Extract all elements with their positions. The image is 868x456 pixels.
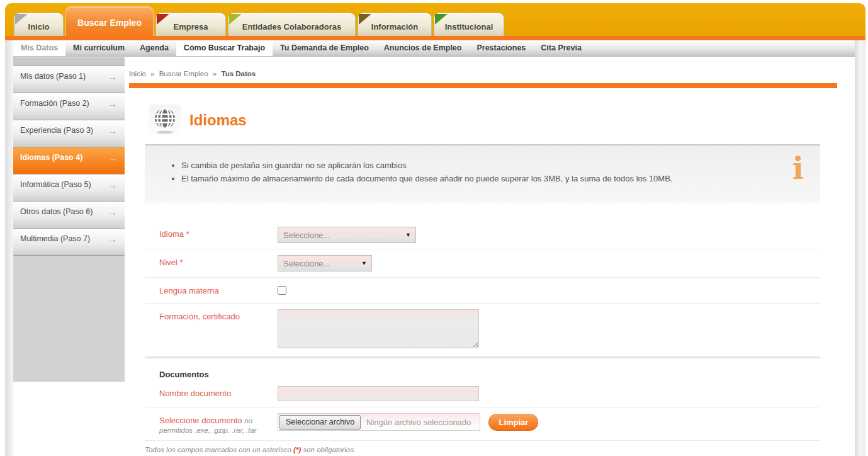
globe-tile [149, 105, 181, 136]
limpiar-button[interactable]: Limpiar [488, 414, 538, 431]
tab-label: Entidades Colaboradoras [242, 22, 341, 31]
tab-inicio[interactable]: Inicio [14, 13, 64, 36]
documentos-heading: Documentos [145, 358, 820, 380]
header-accent-strip [5, 36, 865, 40]
subnav-item-agenda[interactable]: Agenda [132, 40, 176, 56]
nivel-label: Nivel * [145, 255, 278, 267]
sidebar-item-otros-datos-paso6[interactable]: Otros datos (Paso 6) → [13, 202, 125, 229]
main-content: Inicio » Buscar Empleo » Tus Datos [129, 57, 837, 456]
breadcrumb-separator: » [213, 70, 217, 77]
tab-label: Información [371, 22, 418, 31]
sidebar-item-informatica-paso5[interactable]: Informática (Paso 5) → [13, 174, 125, 202]
nombre-documento-label: Nombre documento [145, 386, 278, 398]
form-row-idioma: Idioma * Seleccione... ▼ [145, 221, 820, 249]
breadcrumb-link-inicio[interactable]: Inicio [129, 70, 146, 77]
subnav-item-anuncios[interactable]: Anuncios de Empleo [376, 40, 470, 56]
subnav: Mis Datos Mi curriculum Agenda Cómo Busc… [13, 40, 855, 57]
left-edge-shadow [5, 40, 13, 456]
tab-label: Institucional [445, 22, 493, 31]
form-row-seleccione-documento: Seleccione documento no permitidos .exe,… [145, 408, 820, 441]
subnav-item-prestaciones[interactable]: Prestaciones [469, 40, 533, 56]
idioma-select-value: Seleccione... [283, 231, 330, 240]
right-edge-shadow [855, 40, 865, 456]
arrow-right-icon: → [108, 125, 117, 136]
sidebar-filler [13, 256, 125, 382]
arrow-right-icon: → [108, 207, 117, 217]
subnav-item-mi-curriculum[interactable]: Mi curriculum [65, 40, 132, 56]
arrow-right-icon: → [108, 152, 117, 163]
breadcrumb-link-buscar-empleo[interactable]: Buscar Empleo [159, 70, 208, 77]
tab-corner-flag-icon [435, 14, 448, 25]
sidebar-item-label: Multimedia (Paso 7) [20, 234, 90, 243]
required-note-asterisk: (*) [293, 446, 301, 453]
lengua-materna-label: Lengua materna [145, 283, 278, 295]
title-row: Idiomas [149, 105, 820, 136]
sidebar-item-idiomas-paso4[interactable]: Idiomas (Paso 4) → [13, 147, 125, 174]
breadcrumb: Inicio » Buscar Empleo » Tus Datos [129, 70, 837, 77]
sidebar-item-label: Informática (Paso 5) [20, 180, 91, 189]
required-note-suffix: son obligatorios. [301, 446, 356, 453]
sidebar-item-multimedia-paso7[interactable]: Multimedia (Paso 7) → [13, 229, 125, 256]
tab-empresa[interactable]: Empresa [155, 13, 226, 36]
steps-sidebar: Mis datos (Paso 1) → Formación (Paso 2) … [13, 57, 125, 382]
sidebar-item-experiencia-paso3[interactable]: Experiencia (Paso 3) → [13, 120, 125, 147]
tab-corner-flag-icon [229, 14, 242, 25]
sidebar-item-label: Idiomas (Paso 4) [20, 153, 82, 162]
page: Inicio Buscar Empleo Empresa Entidades C… [0, 0, 868, 456]
lengua-materna-checkbox[interactable] [278, 286, 286, 295]
form-row-formacion: Formación, certificado [145, 304, 820, 358]
breadcrumb-separator: » [150, 70, 154, 77]
info-icon: i [792, 151, 804, 187]
nivel-select-value: Seleccione... [283, 259, 330, 268]
subnav-item-como-buscar-trabajo[interactable]: Cómo Buscar Trabajo [176, 40, 273, 56]
sidebar-item-label: Mis datos (Paso 1) [20, 72, 86, 81]
tab-informacion[interactable]: Información [358, 13, 432, 36]
file-picker-button[interactable]: Seleccionar archivo [279, 415, 361, 430]
sidebar-item-label: Experiencia (Paso 3) [20, 126, 93, 135]
info-bullet: El tamaño máximo de almacenamiento de ca… [181, 172, 726, 185]
idioma-label: Idioma * [145, 227, 278, 239]
tab-corner-flag-icon [15, 14, 28, 25]
seleccione-documento-label: Seleccione documento no permitidos .exe,… [145, 413, 278, 435]
globe-icon [152, 106, 178, 135]
sidebar-cap [13, 57, 125, 66]
arrow-right-icon: → [108, 98, 117, 109]
tab-label: Buscar Empleo [77, 18, 142, 28]
tab-label: Empresa [174, 22, 208, 31]
arrow-right-icon: → [108, 180, 117, 190]
tab-label: Inicio [28, 22, 50, 31]
tab-corner-flag-icon [157, 14, 169, 25]
tab-buscar-empleo[interactable]: Buscar Empleo [65, 6, 154, 36]
seleccione-documento-label-text: Seleccione documento [159, 416, 242, 425]
required-fields-note: Todos los campos marcados con un asteris… [145, 441, 820, 456]
dropdown-arrow-icon: ▼ [405, 232, 411, 238]
subnav-item-mis-datos[interactable]: Mis Datos [13, 40, 65, 56]
subnav-item-cita-previa[interactable]: Cita Previa [533, 40, 589, 56]
formacion-textarea[interactable] [278, 309, 479, 348]
nivel-select[interactable]: Seleccione... ▼ [278, 255, 372, 271]
subnav-item-tu-demanda[interactable]: Tu Demanda de Empleo [273, 40, 376, 56]
info-box: Si cambia de pestaña sin guardar no se a… [145, 144, 820, 203]
file-field[interactable]: Seleccionar archivo Ningún archivo selec… [278, 413, 480, 431]
form-row-nivel: Nivel * Seleccione... ▼ [145, 249, 820, 278]
nombre-documento-input[interactable] [278, 386, 479, 401]
tab-institucional[interactable]: Institucional [434, 13, 504, 36]
idiomas-form: Idioma * Seleccione... ▼ Nivel * Selecci… [145, 221, 820, 456]
tab-entidades-colaboradoras[interactable]: Entidades Colaboradoras [228, 13, 356, 36]
info-bullet-list: Si cambia de pestaña sin guardar no se a… [181, 159, 726, 185]
breadcrumb-current: Tus Datos [221, 70, 256, 77]
page-title: Idiomas [189, 111, 247, 129]
sidebar-item-mis-datos-paso1[interactable]: Mis datos (Paso 1) → [13, 66, 125, 93]
idioma-select[interactable]: Seleccione... ▼ [278, 227, 416, 243]
tab-corner-flag-icon [359, 14, 371, 25]
main-tabs: Inicio Buscar Empleo Empresa Entidades C… [14, 6, 504, 36]
content-accent-bar [129, 83, 837, 88]
dropdown-arrow-icon: ▼ [361, 260, 367, 266]
form-row-nombre-documento: Nombre documento [145, 380, 820, 408]
arrow-right-icon: → [108, 234, 117, 244]
sidebar-item-label: Formación (Paso 2) [20, 99, 89, 108]
arrow-right-icon: → [108, 71, 117, 82]
sidebar-item-label: Otros datos (Paso 6) [20, 207, 93, 216]
sidebar-item-formacion-paso2[interactable]: Formación (Paso 2) → [13, 93, 125, 120]
required-note-prefix: Todos los campos marcados con un asteris… [145, 446, 293, 453]
